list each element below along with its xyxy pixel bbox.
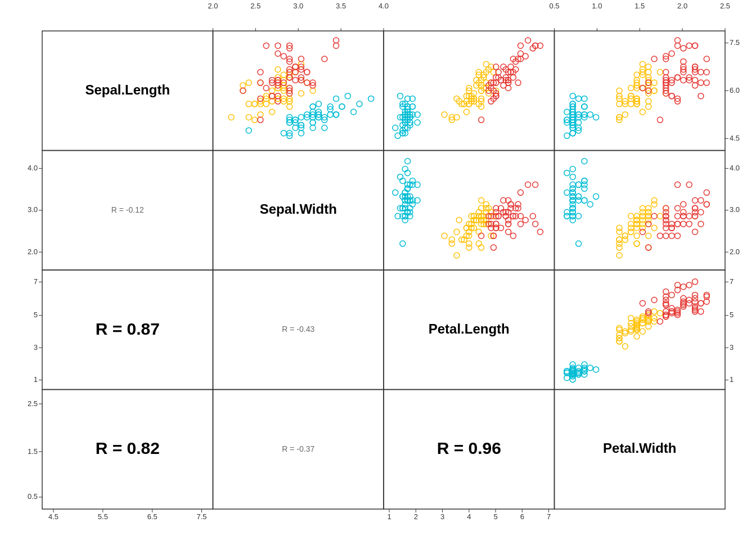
chart-container — [0, 0, 756, 540]
scatter-matrix-canvas — [0, 0, 756, 540]
